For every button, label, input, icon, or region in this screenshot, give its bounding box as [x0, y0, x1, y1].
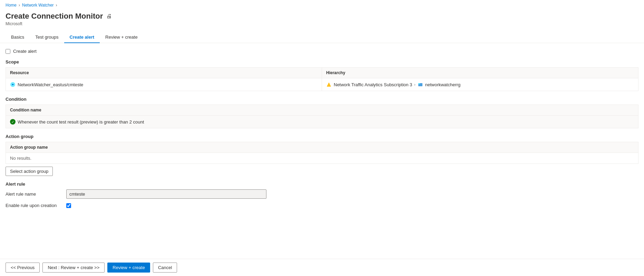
enable-rule-row: Enable rule upon creation: [6, 203, 638, 208]
tab-review-create[interactable]: Review + create: [100, 32, 143, 43]
resource-value: NetworkWatcher_eastus/cmteste: [18, 82, 83, 87]
scope-table: Resource Hierarchy NetworkWatcher_eastus…: [6, 67, 638, 91]
condition-name-header: Condition name: [6, 105, 638, 116]
resource-cell: NetworkWatcher_eastus/cmteste: [6, 78, 322, 91]
breadcrumb-home[interactable]: Home: [6, 3, 17, 8]
select-action-group-button[interactable]: Select action group: [6, 167, 53, 176]
action-group-name-header: Action group name: [6, 142, 638, 153]
page-subtitle: Microsoft: [6, 21, 638, 26]
hierarchy-row: ! Network Traffic Analytics Subscription…: [326, 82, 460, 87]
action-group-section: Action group Action group name No result…: [6, 134, 638, 176]
hierarchy-rg: networkwatcherrg: [425, 82, 461, 87]
enable-rule-label: Enable rule upon creation: [6, 203, 61, 208]
page-title: Create Connection Monitor: [6, 12, 103, 21]
rg-icon: [418, 82, 423, 87]
alert-rule-name-input[interactable]: [66, 189, 266, 199]
resource-header: Resource: [6, 68, 322, 78]
breadcrumb-network-watcher[interactable]: Network Watcher: [22, 3, 54, 8]
create-alert-checkbox[interactable]: [6, 49, 10, 54]
page-header: Create Connection Monitor 🖨 Microsoft: [0, 10, 644, 29]
enable-rule-checkbox[interactable]: [66, 203, 71, 208]
condition-check-icon: ✓: [10, 119, 16, 125]
resource-icon: [10, 82, 16, 87]
svg-text:!: !: [329, 84, 329, 87]
tab-create-alert[interactable]: Create alert: [64, 32, 100, 43]
scope-table-row: NetworkWatcher_eastus/cmteste ! Network …: [6, 78, 638, 91]
breadcrumb-sep1: ›: [19, 3, 20, 8]
main-content: Create alert Scope Resource Hierarchy Ne…: [0, 43, 644, 241]
hierarchy-chevron: ›: [414, 83, 415, 87]
scope-table-header: Resource Hierarchy: [6, 68, 638, 78]
condition-text: Whenever the count test result (preview)…: [18, 119, 144, 125]
action-group-table: Action group name No results.: [6, 142, 638, 164]
alert-rule-name-label: Alert rule name: [6, 191, 61, 197]
scope-section: Scope Resource Hierarchy NetworkWatcher_…: [6, 59, 638, 91]
tabs-bar: Basics Test groups Create alert Review +…: [0, 32, 644, 43]
tab-basics[interactable]: Basics: [6, 32, 30, 43]
hierarchy-cell: ! Network Traffic Analytics Subscription…: [322, 78, 638, 91]
breadcrumb: Home › Network Watcher ›: [0, 0, 644, 10]
alert-rule-section: Alert rule Alert rule name Enable rule u…: [6, 181, 638, 208]
subscription-icon: !: [326, 82, 332, 87]
action-group-label: Action group: [6, 134, 638, 139]
scope-label: Scope: [6, 59, 638, 65]
breadcrumb-sep2: ›: [56, 3, 57, 8]
hierarchy-header: Hierarchy: [322, 68, 638, 78]
svg-rect-4: [418, 83, 420, 84]
print-icon[interactable]: 🖨: [106, 13, 112, 19]
create-alert-row: Create alert: [6, 49, 638, 54]
condition-body: ✓ Whenever the count test result (previe…: [6, 116, 638, 128]
alert-rule-label: Alert rule: [6, 181, 638, 187]
action-group-no-results: No results.: [6, 153, 638, 164]
condition-label: Condition: [6, 97, 638, 102]
create-alert-label[interactable]: Create alert: [13, 49, 37, 54]
tab-test-groups[interactable]: Test groups: [30, 32, 64, 43]
condition-section: Condition Condition name ✓ Whenever the …: [6, 97, 638, 128]
condition-box: Condition name ✓ Whenever the count test…: [6, 105, 638, 128]
hierarchy-subscription: Network Traffic Analytics Subscription 3: [334, 82, 412, 87]
alert-rule-name-row: Alert rule name: [6, 189, 638, 199]
